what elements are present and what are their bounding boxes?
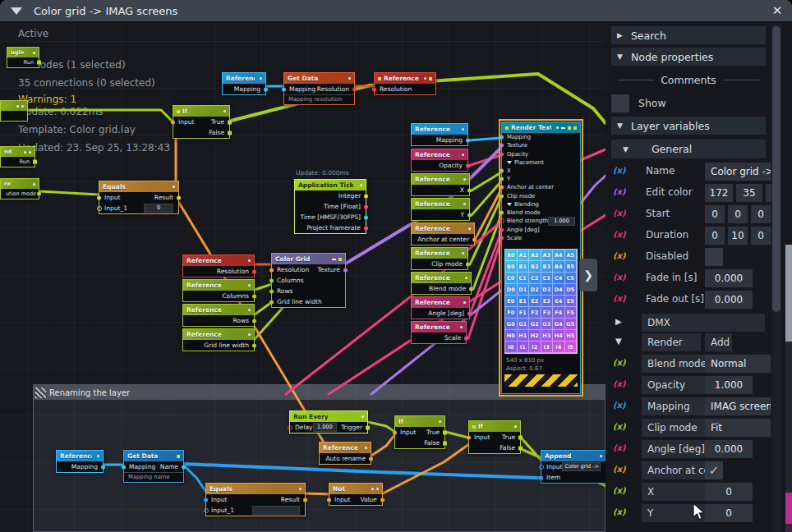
value-field[interactable]: 0 bbox=[144, 204, 173, 213]
node-header[interactable]: Reference bbox=[412, 322, 466, 332]
node-ref-mapping-top[interactable]: ReferenceMapping bbox=[222, 72, 266, 95]
row-label-opacity[interactable]: Opacity bbox=[642, 376, 707, 394]
node-ref-grid-line-width[interactable]: ReferenceGrid line width bbox=[182, 328, 255, 351]
pink-port[interactable] bbox=[500, 236, 504, 240]
node-header[interactable]: Append bbox=[541, 451, 606, 461]
expand-panel-button[interactable]: ❯ bbox=[579, 259, 597, 291]
lime-port[interactable] bbox=[466, 262, 470, 266]
blue-port[interactable] bbox=[539, 475, 543, 479]
pink-port[interactable] bbox=[467, 311, 472, 315]
node-ref-scale[interactable]: ReferenceScale bbox=[411, 321, 467, 344]
clip-mode-field[interactable]: Fit bbox=[705, 419, 771, 437]
node-header[interactable]: Reference bbox=[320, 443, 371, 453]
section-header-render[interactable]: Render bbox=[642, 333, 701, 351]
node-header[interactable]: Reference bbox=[412, 223, 474, 234]
node-append[interactable]: AppendInputColor grid ->Item bbox=[541, 450, 606, 484]
cyan-port[interactable] bbox=[264, 87, 268, 91]
node-header[interactable]: ugin bbox=[7, 48, 39, 57]
node-header[interactable]: Equals bbox=[206, 484, 305, 494]
node-mini-sliver[interactable] bbox=[0, 100, 28, 122]
node-properties-section-header[interactable]: ▼ Node properties bbox=[611, 48, 766, 66]
red-port[interactable] bbox=[372, 87, 376, 91]
blue-ring-port[interactable] bbox=[204, 508, 209, 513]
node-header[interactable]: Reference bbox=[57, 451, 103, 461]
cyan-port[interactable] bbox=[122, 465, 126, 469]
red-port[interactable] bbox=[352, 87, 357, 91]
orange-port[interactable] bbox=[467, 435, 471, 439]
node-header[interactable]: Not bbox=[329, 484, 382, 494]
lime-square-port[interactable] bbox=[443, 430, 447, 434]
node-header[interactable]: Reference bbox=[183, 280, 254, 291]
node-left-run[interactable]: ndRun bbox=[0, 146, 35, 167]
pink-port[interactable] bbox=[466, 163, 470, 167]
orange-port[interactable] bbox=[369, 456, 373, 461]
node-equals-2[interactable]: EqualsInputResultInput_1 bbox=[205, 483, 306, 516]
lime-port[interactable] bbox=[500, 211, 504, 215]
node-ref-rows[interactable]: ReferenceRows bbox=[182, 304, 255, 327]
lime-square-port[interactable] bbox=[228, 120, 232, 124]
node-header[interactable]: Reference bbox=[412, 199, 469, 209]
blue-port[interactable] bbox=[204, 498, 208, 502]
node-header[interactable] bbox=[1, 101, 27, 111]
node-header[interactable]: Render Texture bbox=[502, 122, 580, 133]
red-ring-port[interactable] bbox=[500, 218, 504, 223]
node-ref-blend-mode[interactable]: ReferenceBlend mode bbox=[411, 272, 472, 295]
node-ref-resolution-top[interactable]: ReferenceResolution bbox=[374, 72, 436, 95]
node-header[interactable]: Reference bbox=[412, 273, 471, 283]
red-port[interactable] bbox=[252, 269, 256, 273]
node-application-tick[interactable]: Application TickIntegerTime [Float]Time … bbox=[294, 179, 366, 234]
orange-port[interactable] bbox=[500, 186, 504, 190]
node-header[interactable]: ce bbox=[1, 179, 39, 189]
scrollbar-thumb[interactable] bbox=[772, 26, 780, 312]
node-ref-mapping-mid[interactable]: ReferenceMapping bbox=[411, 123, 468, 146]
value-field[interactable] bbox=[252, 506, 300, 515]
node-render-texture[interactable]: Render TextureMappingTextureOpacityPlace… bbox=[501, 122, 581, 394]
node-ref-x[interactable]: ReferenceX bbox=[411, 173, 470, 196]
blend-mode-field[interactable]: Normal bbox=[705, 355, 771, 373]
node-getdata-name[interactable]: Get DataMappingNameMapping name bbox=[123, 450, 184, 483]
row-label-x[interactable]: X bbox=[642, 483, 707, 501]
yellow-ring-port[interactable] bbox=[97, 206, 102, 211]
cyan-port[interactable] bbox=[101, 465, 105, 469]
row-label-clip-mode[interactable]: Clip mode bbox=[642, 419, 707, 437]
node-ref-anchor[interactable]: ReferenceAnchor at center bbox=[411, 222, 475, 245]
start-field[interactable]: 0 bbox=[728, 205, 748, 223]
purple-port[interactable] bbox=[500, 144, 504, 148]
lime-port[interactable] bbox=[269, 278, 274, 282]
lime-port[interactable] bbox=[500, 194, 504, 198]
y-field[interactable]: 0 bbox=[705, 504, 753, 522]
node-header[interactable]: Reference bbox=[412, 297, 469, 308]
title-bar[interactable]: Color grid -> IMAG screens ✕ bbox=[0, 0, 792, 23]
search-section-header[interactable]: ▶ Search bbox=[611, 26, 766, 44]
red-ring-port[interactable] bbox=[288, 425, 292, 430]
row-label-blend-mode[interactable]: Blend mode bbox=[642, 355, 707, 373]
node-header[interactable]: nd bbox=[1, 147, 35, 157]
node-header[interactable]: Color Grid bbox=[272, 254, 345, 264]
node-if-1[interactable]: IfInputTrueFalse bbox=[173, 105, 230, 139]
section-header-dmx[interactable]: DMX bbox=[642, 314, 765, 332]
node-header[interactable]: Reference bbox=[412, 248, 467, 259]
lime-port[interactable] bbox=[252, 343, 256, 347]
node-ref-angle[interactable]: ReferenceAngle [deg] bbox=[411, 296, 470, 319]
cyan-port[interactable] bbox=[466, 138, 470, 142]
node-header[interactable]: Application Tick bbox=[295, 180, 366, 190]
start-field[interactable]: 0 bbox=[705, 205, 725, 223]
node-if-3[interactable]: IfInputTrueFalse bbox=[468, 420, 521, 454]
node-mini-plugin[interactable]: uginRun bbox=[7, 47, 39, 68]
node-if-2[interactable]: IfInputTrueFalse bbox=[394, 415, 445, 449]
node-header[interactable]: Reference bbox=[183, 329, 254, 340]
lime-square-port[interactable] bbox=[366, 425, 370, 429]
name-field[interactable]: Color grid -> I bbox=[705, 163, 771, 181]
orange-port[interactable] bbox=[303, 498, 307, 502]
show-comments-checkbox[interactable] bbox=[611, 94, 629, 112]
orange-port[interactable] bbox=[171, 120, 175, 124]
lime-square-port[interactable] bbox=[518, 435, 523, 439]
lime-square-port[interactable] bbox=[33, 160, 37, 164]
pink-port[interactable] bbox=[464, 336, 468, 340]
row-label-mapping[interactable]: Mapping bbox=[642, 397, 707, 415]
blue-ring-port[interactable] bbox=[539, 465, 544, 470]
node-left-resolution-mode[interactable]: ceution mode bbox=[0, 178, 39, 200]
edit-color-field[interactable]: 172 bbox=[705, 184, 733, 202]
lime-port[interactable] bbox=[500, 177, 504, 181]
purple-port[interactable] bbox=[343, 268, 348, 272]
